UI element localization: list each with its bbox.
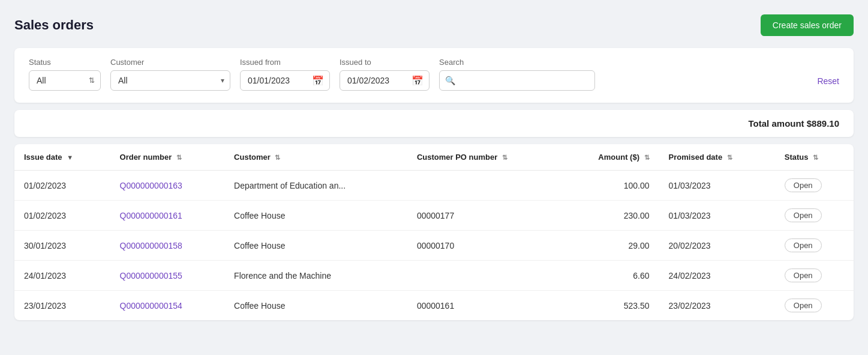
cell-promised_date: 01/03/2023 — [659, 171, 775, 201]
filter-card: Status All Open Closed Cancelled ⇅ Custo… — [14, 48, 854, 103]
table-card: Issue date ▼ Order number ⇅ Customer ⇅ C… — [14, 144, 854, 320]
status-badge: Open — [785, 269, 822, 282]
cell-promised_date: 23/02/2023 — [659, 291, 775, 321]
search-label: Search — [439, 58, 595, 67]
col-customer-po[interactable]: Customer PO number ⇅ — [407, 144, 561, 171]
cell-promised_date: 24/02/2023 — [659, 261, 775, 291]
status-badge: Open — [785, 299, 822, 312]
cell-customer_po — [407, 261, 561, 291]
search-input-wrap: 🔍 — [439, 70, 595, 91]
cell-issue_date: 24/01/2023 — [14, 261, 110, 291]
cell-amount: 100.00 — [561, 171, 659, 201]
table-row: 23/01/2023Q000000000154Coffee House00000… — [14, 291, 854, 321]
search-filter-group: Search 🔍 — [439, 58, 595, 91]
cell-amount: 29.00 — [561, 231, 659, 261]
cell-customer: Coffee House — [224, 291, 407, 321]
customer-filter-group: Customer All Coffee House Department of … — [110, 58, 230, 91]
cell-order_number[interactable]: Q000000000155 — [110, 261, 225, 291]
filter-row: Status All Open Closed Cancelled ⇅ Custo… — [29, 58, 839, 91]
cell-customer_po: 00000170 — [407, 231, 561, 261]
cell-issue_date: 01/02/2023 — [14, 171, 110, 201]
cell-customer_po: 00000161 — [407, 291, 561, 321]
cell-amount: 6.60 — [561, 261, 659, 291]
sort-icon-customer-po: ⇅ — [502, 154, 507, 162]
status-select-wrap: All Open Closed Cancelled ⇅ — [29, 70, 101, 91]
sort-icon-customer: ⇅ — [275, 154, 280, 162]
sort-icon-status: ⇅ — [813, 154, 818, 162]
cell-customer: Coffee House — [224, 231, 407, 261]
col-issue-date[interactable]: Issue date ▼ — [14, 144, 110, 171]
cell-status: Open — [775, 231, 854, 261]
cell-status: Open — [775, 201, 854, 231]
cell-customer: Department of Education an... — [224, 171, 407, 201]
cell-status: Open — [775, 291, 854, 321]
order-link-Q000000000163[interactable]: Q000000000163 — [120, 181, 182, 190]
page-header: Sales orders Create sales order — [14, 14, 854, 36]
status-filter-group: Status All Open Closed Cancelled ⇅ — [29, 58, 101, 91]
orders-table: Issue date ▼ Order number ⇅ Customer ⇅ C… — [14, 144, 854, 320]
table-body: 01/02/2023Q000000000163Department of Edu… — [14, 171, 854, 321]
order-link-Q000000000155[interactable]: Q000000000155 — [120, 271, 182, 281]
col-order-number[interactable]: Order number ⇅ — [110, 144, 225, 171]
cell-order_number[interactable]: Q000000000163 — [110, 171, 225, 201]
issued-from-filter-group: Issued from 📅 — [240, 58, 330, 91]
order-link-Q000000000161[interactable]: Q000000000161 — [120, 211, 182, 220]
cell-status: Open — [775, 261, 854, 291]
reset-button[interactable]: Reset — [817, 71, 839, 91]
sort-icon-order-number: ⇅ — [176, 154, 182, 162]
customer-label: Customer — [110, 58, 230, 67]
col-amount[interactable]: Amount ($) ⇅ — [561, 144, 659, 171]
page-container: Sales orders Create sales order Status A… — [0, 0, 868, 355]
cell-order_number[interactable]: Q000000000158 — [110, 231, 225, 261]
sort-icon-amount: ⇅ — [644, 154, 650, 162]
cell-promised_date: 20/02/2023 — [659, 231, 775, 261]
cell-amount: 523.50 — [561, 291, 659, 321]
col-status[interactable]: Status ⇅ — [775, 144, 854, 171]
table-row: 01/02/2023Q000000000161Coffee House00000… — [14, 201, 854, 231]
cell-customer_po — [407, 171, 561, 201]
cell-promised_date: 01/03/2023 — [659, 201, 775, 231]
cell-amount: 230.00 — [561, 201, 659, 231]
table-row: 24/01/2023Q000000000155Florence and the … — [14, 261, 854, 291]
cell-issue_date: 23/01/2023 — [14, 291, 110, 321]
issued-to-input-wrap: 📅 — [340, 70, 430, 91]
issued-to-filter-group: Issued to 📅 — [340, 58, 430, 91]
table-row: 30/01/2023Q000000000158Coffee House00000… — [14, 231, 854, 261]
table-header: Issue date ▼ Order number ⇅ Customer ⇅ C… — [14, 144, 854, 171]
create-sales-order-button[interactable]: Create sales order — [761, 14, 854, 36]
customer-select-wrap: All Coffee House Department of Education… — [110, 70, 230, 91]
issued-from-input[interactable] — [240, 70, 330, 91]
order-link-Q000000000158[interactable]: Q000000000158 — [120, 241, 182, 250]
totals-card: Total amount $889.10 — [14, 110, 854, 137]
issued-to-input[interactable] — [340, 70, 430, 91]
status-badge: Open — [785, 238, 822, 252]
sort-icon-promised-date: ⇅ — [727, 154, 732, 162]
cell-customer: Florence and the Machine — [224, 261, 407, 291]
page-title: Sales orders — [14, 17, 94, 33]
status-badge: Open — [785, 178, 822, 192]
col-promised-date[interactable]: Promised date ⇅ — [659, 144, 775, 171]
issued-from-label: Issued from — [240, 58, 330, 67]
total-amount-text: Total amount $889.10 — [749, 118, 839, 129]
status-badge: Open — [785, 208, 822, 222]
status-label: Status — [29, 58, 101, 67]
cell-customer: Coffee House — [224, 201, 407, 231]
order-link-Q000000000154[interactable]: Q000000000154 — [120, 301, 182, 311]
cell-order_number[interactable]: Q000000000154 — [110, 291, 225, 321]
cell-order_number[interactable]: Q000000000161 — [110, 201, 225, 231]
cell-status: Open — [775, 171, 854, 201]
col-customer[interactable]: Customer ⇅ — [224, 144, 407, 171]
customer-select[interactable]: All Coffee House Department of Education… — [110, 70, 230, 91]
issued-to-label: Issued to — [340, 58, 430, 67]
table-row: 01/02/2023Q000000000163Department of Edu… — [14, 171, 854, 201]
sort-icon-issue-date: ▼ — [67, 154, 73, 161]
issued-from-input-wrap: 📅 — [240, 70, 330, 91]
status-select[interactable]: All Open Closed Cancelled — [29, 70, 101, 91]
cell-customer_po: 00000177 — [407, 201, 561, 231]
cell-issue_date: 01/02/2023 — [14, 201, 110, 231]
cell-issue_date: 30/01/2023 — [14, 231, 110, 261]
search-input[interactable] — [439, 70, 595, 91]
